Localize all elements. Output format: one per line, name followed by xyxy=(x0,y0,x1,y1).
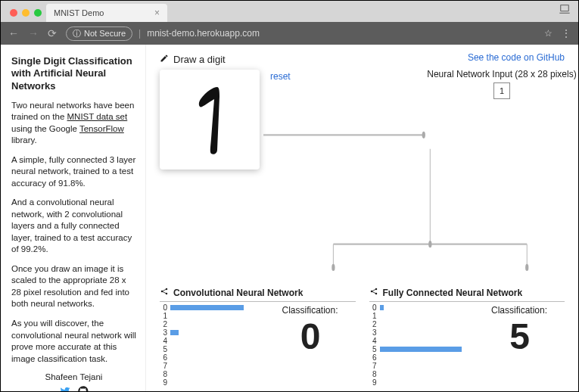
main-area: See the code on GitHub Draw a digit rese… xyxy=(146,45,578,391)
bar-fill xyxy=(170,305,244,310)
bar-label: 7 xyxy=(160,362,167,370)
bar-fill xyxy=(380,347,462,352)
bar-row: 2 xyxy=(369,320,475,328)
forward-button: → xyxy=(28,27,39,39)
pencil-icon xyxy=(160,54,169,65)
cnn-bars: 0123456789 xyxy=(160,303,265,387)
fcn-bars: 0123456789 xyxy=(369,303,475,387)
bar-row: 0 xyxy=(369,303,475,312)
bar-label: 0 xyxy=(160,303,167,312)
sidebar: Single Digit Classification with Artific… xyxy=(1,45,146,391)
intro-p5: As you will discover, the convolutional … xyxy=(11,318,136,365)
back-button[interactable]: ← xyxy=(8,27,19,39)
info-icon: ⓘ xyxy=(73,28,81,39)
url-zone[interactable]: ⓘ Not Secure | mnist-demo.herokuapp.com xyxy=(66,26,535,41)
bar-label: 7 xyxy=(369,362,377,370)
security-text: Not Secure xyxy=(84,29,126,38)
page-title: Single Digit Classification with Artific… xyxy=(11,55,136,92)
bar-row: 4 xyxy=(369,337,475,345)
bar-row: 7 xyxy=(369,362,475,370)
bar-row: 4 xyxy=(160,337,265,345)
bar-label: 8 xyxy=(160,370,167,378)
minimize-window-icon[interactable] xyxy=(22,9,30,17)
bar-fill xyxy=(380,305,384,310)
tab-title: MNIST Demo xyxy=(54,8,104,17)
bar-row: 5 xyxy=(160,345,265,353)
bar-row: 6 xyxy=(369,353,475,362)
author-name: Shafeen Tejani xyxy=(11,372,136,381)
browser-chrome: MNIST Demo × ← → ⟳ ⓘ Not Secure | mnist-… xyxy=(1,1,578,45)
bar-label: 4 xyxy=(369,337,377,345)
drawing-canvas[interactable] xyxy=(160,70,260,170)
svg-point-7 xyxy=(428,241,431,247)
svg-point-6 xyxy=(422,132,425,138)
bar-label: 6 xyxy=(160,353,167,362)
intro-p2: A simple, fully connected 3 layer neural… xyxy=(11,154,136,190)
bar-label: 8 xyxy=(369,370,377,378)
tab-bar: MNIST Demo × xyxy=(1,1,578,22)
fcn-panel: Fully Connected Neural Network 012345678… xyxy=(369,287,565,387)
intro-p3: And a convolutional neural network, with… xyxy=(11,197,136,256)
bar-label: 2 xyxy=(369,320,377,328)
url-text: mnist-demo.herokuapp.com xyxy=(147,28,260,39)
share-icon xyxy=(160,287,169,298)
svg-point-9 xyxy=(525,264,528,271)
svg-point-8 xyxy=(332,264,335,271)
svg-rect-0 xyxy=(561,5,569,11)
menu-icon[interactable]: ⋮ xyxy=(562,28,571,39)
bar-row: 0 xyxy=(160,303,265,312)
bar-row: 8 xyxy=(160,370,265,378)
cnn-class-value: 0 xyxy=(265,319,356,355)
security-badge[interactable]: ⓘ Not Secure xyxy=(66,26,132,41)
bar-row: 9 xyxy=(160,378,265,387)
close-window-icon[interactable] xyxy=(10,9,17,17)
bar-label: 1 xyxy=(160,312,167,320)
tensorflow-link[interactable]: TensorFlow xyxy=(79,124,124,133)
intro-p1: Two neural networks have been trained on… xyxy=(11,100,136,147)
social-links xyxy=(11,386,136,392)
intro-p4: Once you draw an image it is scaled to t… xyxy=(11,263,136,310)
page-content: Single Digit Classification with Artific… xyxy=(1,45,578,391)
tab-close-icon[interactable]: × xyxy=(154,8,160,18)
bar-label: 3 xyxy=(160,328,167,337)
twitter-icon[interactable] xyxy=(60,386,70,392)
browser-tab[interactable]: MNIST Demo × xyxy=(46,4,167,22)
bar-row: 6 xyxy=(160,353,265,362)
share-icon xyxy=(369,287,378,298)
bar-row: 3 xyxy=(369,328,475,337)
bar-label: 5 xyxy=(160,345,167,353)
results-row: Convolutional Neural Network 0123456789 … xyxy=(160,287,565,387)
bar-label: 9 xyxy=(369,378,377,387)
bar-row: 1 xyxy=(369,312,475,320)
bar-fill xyxy=(170,330,179,335)
address-bar: ← → ⟳ ⓘ Not Secure | mnist-demo.herokuap… xyxy=(1,22,578,45)
mnist-link[interactable]: MNIST data set xyxy=(67,112,128,121)
bookmark-icon[interactable]: ☆ xyxy=(544,28,553,39)
bar-row: 2 xyxy=(160,320,265,328)
bar-row: 5 xyxy=(369,345,475,353)
bar-label: 0 xyxy=(369,303,377,312)
bar-row: 1 xyxy=(160,312,265,320)
fcn-class-label: Classification: xyxy=(474,305,565,316)
bar-row: 9 xyxy=(369,378,475,387)
reload-button[interactable]: ⟳ xyxy=(48,27,57,39)
bar-label: 6 xyxy=(369,353,377,362)
bar-label: 4 xyxy=(160,337,167,345)
fcn-title: Fully Connected Neural Network xyxy=(383,288,523,298)
fcn-class-value: 5 xyxy=(474,319,565,355)
cnn-class-label: Classification: xyxy=(265,305,356,316)
bar-label: 3 xyxy=(369,328,377,337)
maximize-window-icon[interactable] xyxy=(34,9,42,17)
bar-label: 2 xyxy=(160,320,167,328)
account-icon[interactable] xyxy=(559,3,571,20)
bar-row: 3 xyxy=(160,328,265,337)
window-controls xyxy=(7,9,46,22)
github-icon[interactable] xyxy=(78,386,89,392)
bar-row: 8 xyxy=(369,370,475,378)
cnn-title: Convolutional Neural Network xyxy=(173,288,303,298)
bar-row: 7 xyxy=(160,362,265,370)
bar-label: 1 xyxy=(369,312,377,320)
bar-label: 9 xyxy=(160,378,167,387)
cnn-panel: Convolutional Neural Network 0123456789 … xyxy=(160,287,356,387)
bar-label: 5 xyxy=(369,345,377,353)
